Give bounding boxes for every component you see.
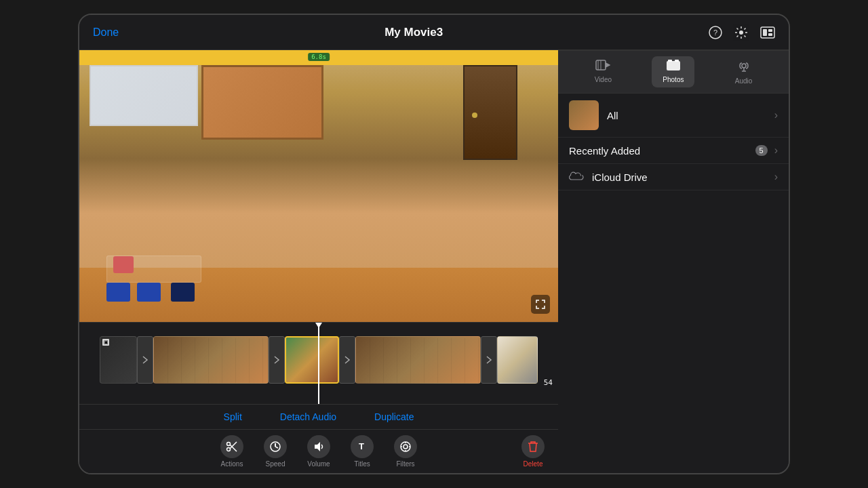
filters-label: Filters xyxy=(396,460,414,468)
media-item-recently-added[interactable]: Recently Added 5 › xyxy=(558,138,789,164)
classroom-scene: 6.8s xyxy=(79,50,558,322)
photos-tab-label: Photos xyxy=(663,76,684,83)
split-button[interactable]: Split xyxy=(218,409,248,425)
audio-tab-icon xyxy=(738,59,750,76)
filters-button[interactable]: Filters xyxy=(394,435,417,468)
volume-button[interactable]: Volume xyxy=(307,435,330,468)
duplicate-button[interactable]: Duplicate xyxy=(369,409,419,425)
svg-marker-21 xyxy=(606,63,610,67)
table-row[interactable] xyxy=(285,336,339,384)
chevron-right-icon: › xyxy=(774,144,778,157)
svg-rect-6 xyxy=(768,33,772,36)
main-content: 6.8s xyxy=(79,50,789,473)
recently-added-label: Recently Added xyxy=(569,145,755,157)
top-icons: ? xyxy=(709,26,775,39)
video-tab-icon xyxy=(595,59,610,75)
table-row[interactable] xyxy=(355,336,481,384)
titles-icon: T xyxy=(351,435,374,458)
speed-button[interactable]: Speed xyxy=(264,435,287,468)
media-item-icloud[interactable]: iCloud Drive › xyxy=(558,164,789,190)
bottom-toolbar: Actions Speed xyxy=(79,429,558,473)
video-tab-label: Video xyxy=(595,76,612,83)
settings-button[interactable] xyxy=(734,26,748,39)
table-row[interactable]: ▣ xyxy=(100,336,137,384)
transition-marker[interactable] xyxy=(269,336,285,384)
done-button[interactable]: Done xyxy=(93,26,119,39)
svg-rect-4 xyxy=(763,29,767,36)
help-button[interactable]: ? xyxy=(709,26,722,39)
transition-marker[interactable] xyxy=(481,336,497,384)
time-badge: 6.8s xyxy=(308,53,330,61)
preview-section: 6.8s xyxy=(79,50,558,473)
delete-button[interactable]: Delete xyxy=(521,435,545,468)
video-canvas: 6.8s xyxy=(79,50,558,322)
svg-rect-26 xyxy=(675,60,679,62)
svg-rect-5 xyxy=(768,29,772,32)
tab-video[interactable]: Video xyxy=(584,56,623,87)
door-area xyxy=(463,65,517,160)
layout-button[interactable] xyxy=(760,26,775,39)
all-thumbnail xyxy=(569,100,599,130)
table-row[interactable] xyxy=(153,336,269,384)
transition-marker[interactable] xyxy=(137,336,153,384)
media-item-all[interactable]: All › xyxy=(558,94,789,138)
scissors-icon xyxy=(220,435,243,458)
photos-tab-icon xyxy=(666,59,681,75)
svg-point-2 xyxy=(739,30,743,35)
volume-icon xyxy=(307,435,330,458)
tablet-frame: Done My Movie3 ? xyxy=(78,14,790,474)
table-row[interactable] xyxy=(497,336,538,384)
action-bar: Split Detach Audio Duplicate xyxy=(79,404,558,429)
actions-button[interactable]: Actions xyxy=(220,435,243,468)
audio-tab-label: Audio xyxy=(735,77,753,85)
media-browser: All › Recently Added 5 › iCloud D xyxy=(558,94,789,473)
speed-label: Speed xyxy=(266,460,285,468)
chevron-right-icon: › xyxy=(774,171,778,183)
delete-label: Delete xyxy=(524,460,543,468)
titles-label: Titles xyxy=(354,460,370,468)
media-tabs: Video Photos xyxy=(558,50,789,94)
frame-counter: 54 xyxy=(544,378,553,387)
chevron-right-icon: › xyxy=(774,109,778,121)
icloud-icon xyxy=(569,171,584,182)
svg-text:T: T xyxy=(359,441,364,451)
icloud-label: iCloud Drive xyxy=(592,171,774,183)
filters-icon xyxy=(394,435,417,458)
svg-rect-25 xyxy=(668,60,672,62)
detach-audio-button[interactable]: Detach Audio xyxy=(275,409,342,425)
volume-label: Volume xyxy=(307,460,330,468)
svg-point-15 xyxy=(403,445,408,449)
all-label: All xyxy=(607,110,774,121)
playhead xyxy=(318,323,319,404)
tab-photos[interactable]: Photos xyxy=(652,56,694,87)
video-preview: 6.8s xyxy=(79,50,558,322)
toolbar-tools: Actions Speed xyxy=(220,435,417,468)
timeline-section: ▣ xyxy=(79,322,558,473)
svg-text:?: ? xyxy=(713,28,717,37)
recently-added-badge: 5 xyxy=(755,145,768,156)
actions-label: Actions xyxy=(221,460,243,468)
svg-rect-24 xyxy=(667,61,680,70)
whiteboard xyxy=(90,65,198,126)
fullscreen-button[interactable] xyxy=(531,295,550,314)
right-panel: Video Photos xyxy=(558,50,789,473)
speed-icon xyxy=(264,435,287,458)
titles-button[interactable]: T Titles xyxy=(351,435,374,468)
tab-audio[interactable]: Audio xyxy=(724,56,764,87)
svg-point-14 xyxy=(401,442,410,451)
svg-marker-12 xyxy=(315,442,320,451)
timeline-container: ▣ xyxy=(79,323,558,404)
movie-title: My Movie3 xyxy=(384,26,443,39)
top-bar: Done My Movie3 ? xyxy=(79,15,789,50)
transition-marker[interactable] xyxy=(339,336,355,384)
trash-icon xyxy=(521,435,545,458)
bulletin-board xyxy=(201,65,323,140)
svg-point-27 xyxy=(742,64,746,68)
